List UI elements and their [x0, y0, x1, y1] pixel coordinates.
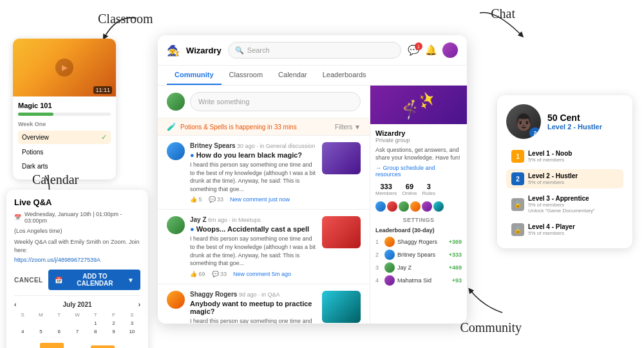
chevron-right-icon[interactable]: › — [138, 301, 140, 308]
messages-icon[interactable]: 💬 1 — [408, 44, 420, 56]
post-title[interactable]: Anybody want to meetup to practice magic… — [190, 300, 317, 315]
cancel-button[interactable]: CANCEL — [14, 277, 43, 284]
post-body: Shaggy Rogers 9d ago · in Q&A Anybody wa… — [190, 291, 317, 324]
app-name: Wizardry — [186, 46, 222, 55]
happening-banner: 🧪 Potions & Spells is happening in 33 mi… — [158, 118, 370, 136]
calendar-label: Calendar — [32, 172, 79, 187]
messages-badge: 1 — [415, 42, 422, 50]
comment-icon[interactable]: 💬 33 — [212, 271, 227, 277]
wand-icon: 🪄✨ — [399, 89, 438, 121]
classroom-label: Classroom — [98, 12, 153, 26]
user-avatar-small — [167, 93, 185, 111]
post-meta: Britney Spears 30 ago · in General discu… — [190, 142, 317, 149]
level-info: Level 3 - Apprentice 5% of members Unloc… — [528, 195, 618, 214]
gamification-header: 👨🏿 2 50 Cent Level 2 - Hustler — [506, 104, 623, 139]
header-icons: 💬 1 🔔 — [408, 42, 458, 58]
post-item: Jay Z 6m ago · in Meetups ●Woops... Acci… — [158, 210, 370, 284]
group-desc: Ask questions, get answers, and share yo… — [375, 147, 462, 161]
chevron-left-icon[interactable]: ‹ — [14, 301, 16, 308]
lesson-item[interactable]: Dark arts — [18, 160, 111, 172]
level-badge: 2 — [529, 127, 541, 139]
group-banner: 🪄✨ — [370, 86, 467, 124]
week-label: Week One — [18, 121, 111, 127]
gamification-card: 👨🏿 2 50 Cent Level 2 - Hustler 1 Level 1… — [497, 95, 632, 248]
lesson-item[interactable]: Potions — [18, 146, 111, 158]
post-thumbnail — [322, 216, 361, 248]
post-title[interactable]: ●How do you learn black magic? — [190, 151, 317, 159]
classroom-video[interactable]: ▶ 11:11 — [13, 39, 116, 96]
level-icon: 🔒 — [511, 223, 524, 236]
member-avatar — [410, 201, 421, 212]
post-text: I heard this person say something one ti… — [190, 317, 317, 324]
tab-community[interactable]: Community — [167, 66, 222, 85]
like-icon[interactable]: 👍 5 — [190, 196, 202, 203]
post-item: Britney Spears 30 ago · in General discu… — [158, 136, 370, 210]
community-feed: Write something 🧪 Potions & Spells is ha… — [158, 86, 370, 324]
happening-text: Potions & Spells is happening in 33 mins — [180, 124, 331, 131]
member-avatar — [399, 201, 409, 212]
add-to-calendar-button[interactable]: 📅 ADD TO CALENDAR ▼ — [48, 270, 140, 290]
group-link[interactable]: → Group schedule and resources — [375, 165, 462, 178]
comment-icon[interactable]: 💬 33 — [209, 196, 224, 203]
member-avatars — [375, 201, 462, 212]
member-avatar — [433, 201, 444, 212]
write-input[interactable]: Write something — [190, 92, 361, 111]
members-count: 333 — [375, 183, 397, 190]
post-avatar — [167, 142, 185, 160]
progress-bar — [18, 113, 111, 116]
member-avatar — [387, 201, 397, 212]
group-info: Wizardry Private group Ask questions, ge… — [370, 124, 467, 293]
calendar-card: Live Q&A 📅 Wednesday, January 10th | 01:… — [6, 190, 148, 348]
post-avatar — [167, 291, 185, 309]
post-text: I heard this person say something one ti… — [190, 161, 317, 193]
lb-avatar — [384, 237, 395, 247]
tab-calendar[interactable]: Calendar — [270, 66, 315, 85]
level-list: 1 Level 1 - Noob 5% of members 2 Level 2… — [506, 147, 623, 239]
filters-button[interactable]: Filters ▼ — [335, 124, 361, 131]
event-link[interactable]: https://zoom.us/j/489896727539A — [14, 257, 140, 263]
rules-count: 3 — [422, 183, 435, 190]
tab-leaderboards[interactable]: Leaderboards — [315, 66, 374, 85]
classroom-card: ▶ 11:11 Magic 101 Week One Overview ✓ Po… — [13, 39, 116, 179]
level-icon: 2 — [511, 172, 524, 185]
app-logo: 🧙 — [167, 44, 180, 57]
user-avatar[interactable] — [442, 42, 458, 58]
leaderboard-item: 1 Shaggy Rogers +369 — [375, 237, 462, 247]
group-stats: 333 Members 69 Online 3 Rules — [375, 183, 462, 196]
lesson-item[interactable]: Overview ✓ — [18, 131, 111, 144]
level-item: 🔒 Level 4 - Player 5% of members — [506, 220, 623, 239]
level-info: Level 4 - Player 5% of members — [528, 223, 618, 236]
post-thumbnail — [322, 142, 361, 174]
event-desc: Weekly Q&A call with Emily Smith on Zoom… — [14, 238, 140, 254]
search-bar[interactable]: 🔍 Search — [228, 42, 401, 59]
post-actions: 👍 69 💬 33 New comment 5m ago — [190, 271, 317, 277]
search-icon: 🔍 — [235, 46, 244, 55]
event-icon: 🧪 — [167, 122, 176, 131]
level-item: 2 Level 2 - Hustler 5% of members — [506, 169, 623, 188]
leaderboard-item: 4 Mahatma Sid +93 — [375, 275, 462, 286]
video-time: 11:11 — [93, 86, 112, 94]
post-body: Britney Spears 30 ago · in General discu… — [190, 142, 317, 203]
app-header: 🧙 Wizardry 🔍 Search 💬 1 🔔 — [158, 35, 467, 66]
leaderboard-item: 3 Jay Z +469 — [375, 262, 462, 273]
calendar-icon: 📅 — [55, 277, 62, 284]
post-body: Jay Z 6m ago · in Meetups ●Woops... Acci… — [190, 216, 317, 277]
level-info: Level 2 - Hustler 5% of members — [528, 172, 618, 185]
member-avatar — [375, 201, 386, 212]
new-comment: New comment 5m ago — [233, 271, 291, 277]
post-item: Shaggy Rogers 9d ago · in Q&A Anybody wa… — [158, 284, 370, 324]
app-nav: Community Classroom Calendar Leaderboard… — [158, 66, 467, 86]
course-title: Magic 101 — [18, 102, 111, 109]
like-icon[interactable]: 👍 69 — [190, 271, 205, 277]
tab-classroom[interactable]: Classroom — [222, 66, 271, 85]
post-title[interactable]: ●Woops... Accidentally cast a spell — [190, 225, 317, 233]
dropdown-icon: ▼ — [128, 277, 134, 284]
calendar-buttons: CANCEL 📅 ADD TO CALENDAR ▼ — [14, 270, 140, 290]
user-level: Level 2 - Hustler — [547, 123, 602, 131]
post-avatar — [167, 216, 185, 234]
level-icon: 1 — [511, 150, 524, 163]
notifications-icon[interactable]: 🔔 — [425, 44, 437, 56]
user-avatar-large: 👨🏿 2 — [506, 104, 541, 139]
settings-label[interactable]: SETTINGS — [375, 217, 462, 223]
event-title: Live Q&A — [14, 197, 140, 207]
